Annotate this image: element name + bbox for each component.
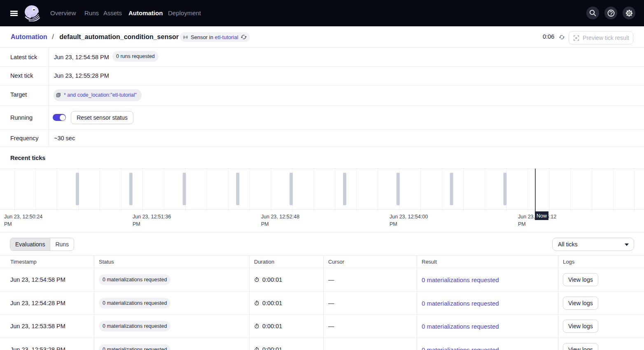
svg-text:Now: Now (537, 213, 547, 219)
